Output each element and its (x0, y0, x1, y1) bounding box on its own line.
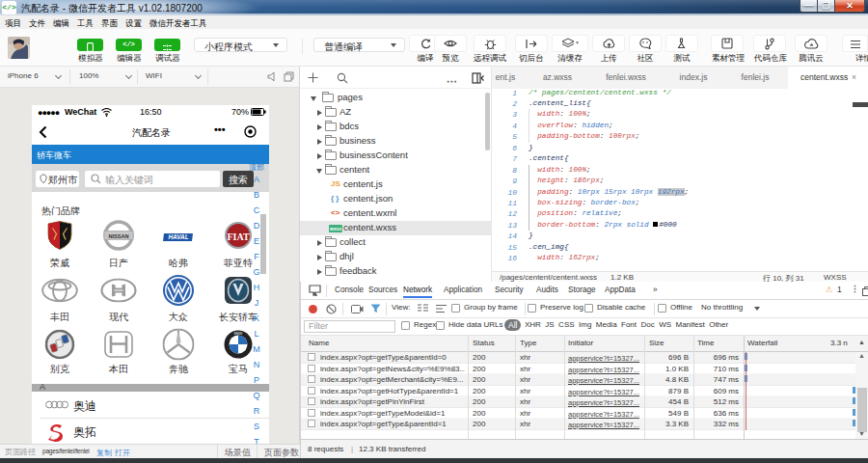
svg-text:BMW: BMW (234, 332, 243, 336)
svg-text:HAVAL: HAVAL (168, 233, 188, 240)
svg-text:NISSAN: NISSAN (108, 233, 128, 239)
svg-text:FIAT: FIAT (227, 232, 249, 242)
